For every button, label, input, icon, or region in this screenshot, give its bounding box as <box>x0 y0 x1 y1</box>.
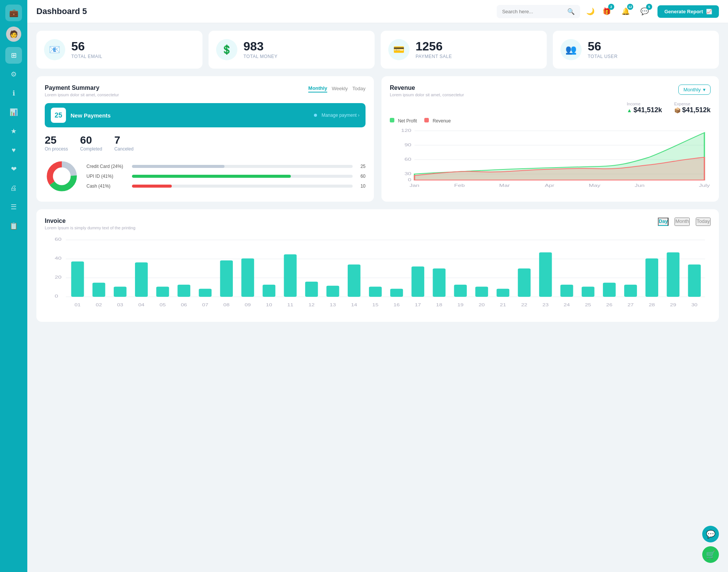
generate-report-label: Generate Report <box>664 9 703 14</box>
invoice-tab-today[interactable]: Today <box>696 218 711 226</box>
money-label: TOTAL MONEY <box>243 54 278 59</box>
stat-card-email: 📧 56 TOTAL EMAIL <box>36 31 202 69</box>
svg-text:0: 0 <box>55 294 58 298</box>
bar-28 <box>645 259 658 297</box>
sidebar-item-print[interactable]: 🖨 <box>5 180 22 196</box>
bar-23 <box>539 252 552 297</box>
tab-monthly[interactable]: Monthly <box>308 85 327 92</box>
invoice-bar-chart: 60 40 20 0 01020304050607080910111213141… <box>45 236 711 313</box>
sidebar-item-dashboard[interactable]: ⊞ <box>5 47 22 64</box>
legend-net-profit: Net Profit <box>390 117 417 124</box>
bar-8 <box>220 260 233 297</box>
user-number: 56 <box>588 40 618 52</box>
payment-bars: Credit Card (24%) 25 UPI ID (41%) 60 <box>86 164 366 189</box>
generate-report-button[interactable]: Generate Report 📈 <box>657 5 719 18</box>
stat-card-user: 👥 56 TOTAL USER <box>553 31 719 69</box>
pb-row-credit: Credit Card (24%) 25 <box>86 164 366 169</box>
gift-icon-btn[interactable]: 🎁 2 <box>600 5 613 18</box>
bar-label-13: 13 <box>330 303 336 307</box>
user-icon: 👥 <box>560 39 582 60</box>
bar-11 <box>284 254 297 297</box>
income-amount: $41,512k <box>634 106 662 114</box>
chat-icon-btn[interactable]: 💬 5 <box>638 5 651 18</box>
stat-cards-row: 📧 56 TOTAL EMAIL 💲 983 TOTAL MONEY 💳 125… <box>36 31 719 69</box>
tab-weekly[interactable]: Weekly <box>332 85 348 92</box>
revenue-card: Revenue Lorem ipsum dolor sit amet, cons… <box>381 76 719 202</box>
pb-row-upi: UPI ID (41%) 60 <box>86 174 366 179</box>
bar-14 <box>348 265 361 297</box>
bar-5 <box>156 287 169 297</box>
on-process-stat: 25 On process <box>45 134 68 152</box>
stat-card-money: 💲 983 TOTAL MONEY <box>209 31 375 69</box>
invoice-tab-day[interactable]: Day <box>658 218 668 226</box>
income-item: Income ▲$41,512k <box>627 102 662 114</box>
money-number: 983 <box>243 40 278 52</box>
bar-label-22: 22 <box>521 303 527 307</box>
svg-text:40: 40 <box>55 256 61 260</box>
pb-cash-fill <box>132 185 172 188</box>
search-icon: 🔍 <box>567 8 575 15</box>
bar-label-25: 25 <box>585 303 591 307</box>
bar-22 <box>518 268 531 297</box>
sidebar-item-heart2[interactable]: ❤ <box>5 161 22 177</box>
page-title: Dashboard 5 <box>36 6 491 16</box>
pb-upi-val: 60 <box>356 174 366 179</box>
stat-card-payment: 💳 1256 PAYMENT SALE <box>381 31 547 69</box>
svg-text:60: 60 <box>405 157 411 161</box>
revenue-legend-label: Revenue <box>433 118 451 124</box>
bar-label-28: 28 <box>649 303 655 307</box>
header-icons: 🌙 🎁 2 🔔 12 💬 5 <box>586 5 651 18</box>
support-fab[interactable]: 💬 <box>702 526 719 542</box>
revenue-chart: 120 90 60 30 0 Jan Feb Mar Apr <box>390 127 711 188</box>
revenue-header: Revenue Lorem ipsum dolor sit amet, cons… <box>390 85 711 97</box>
bar-25 <box>582 287 595 297</box>
svg-text:Feb: Feb <box>454 183 465 188</box>
bar-label-2: 02 <box>96 303 102 307</box>
invoice-tab-month[interactable]: Month <box>675 218 690 226</box>
sidebar-item-settings[interactable]: ⚙ <box>5 66 22 83</box>
svg-text:120: 120 <box>401 129 411 133</box>
payment-summary-header: Payment Summary Lorem ipsum dolor sit am… <box>45 85 366 97</box>
sidebar-item-info[interactable]: ℹ <box>5 85 22 102</box>
search-box[interactable]: 🔍 <box>497 5 580 18</box>
new-payments-label: New Payments <box>71 112 309 119</box>
svg-text:Jun: Jun <box>635 183 645 188</box>
tab-today[interactable]: Today <box>352 85 366 92</box>
user-avatar[interactable]: 🧑 <box>6 27 21 42</box>
bar-chart-icon: 📈 <box>706 9 712 14</box>
pb-credit-fill <box>132 165 224 168</box>
pb-cash-track <box>132 185 353 188</box>
bell-icon-btn[interactable]: 🔔 12 <box>619 5 632 18</box>
pb-upi-fill <box>132 175 291 178</box>
bar-16 <box>390 289 403 297</box>
np-status-dot <box>314 114 317 117</box>
sidebar-item-star[interactable]: ★ <box>5 123 22 139</box>
bar-label-24: 24 <box>564 303 570 307</box>
payment-details: Credit Card (24%) 25 UPI ID (41%) 60 <box>45 159 366 193</box>
sidebar-item-chart[interactable]: 📊 <box>5 104 22 121</box>
email-label: TOTAL EMAIL <box>71 54 102 59</box>
app-logo[interactable]: 💼 <box>5 5 22 21</box>
canceled-label: Canceled <box>114 146 133 152</box>
invoice-header: Invoice Lorem Ipsum is simply dummy text… <box>45 218 711 230</box>
manage-payment-link[interactable]: Manage payment › <box>322 113 359 118</box>
search-input[interactable] <box>502 9 564 14</box>
revenue-monthly-dropdown[interactable]: Monthly ▾ <box>678 85 711 95</box>
sidebar-item-doc[interactable]: 📋 <box>5 218 22 234</box>
payment-tabs: Monthly Weekly Today <box>308 85 366 92</box>
middle-row: Payment Summary Lorem ipsum dolor sit am… <box>36 76 719 202</box>
on-process-label: On process <box>45 146 68 152</box>
sidebar-item-list[interactable]: ☰ <box>5 199 22 215</box>
sidebar-item-heart1[interactable]: ♥ <box>5 142 22 158</box>
cart-fab[interactable]: 🛒 <box>702 546 719 563</box>
legend-revenue: Revenue <box>424 117 451 124</box>
payment-number: 1256 <box>416 40 452 52</box>
dark-mode-icon[interactable]: 🌙 <box>586 7 595 16</box>
payment-summary-title: Payment Summary <box>45 85 119 91</box>
svg-point-4 <box>53 168 70 184</box>
bar-3 <box>114 287 127 297</box>
bar-label-12: 12 <box>308 303 314 307</box>
chat-badge: 5 <box>646 4 652 10</box>
donut-chart <box>45 159 79 193</box>
svg-text:Jan: Jan <box>410 183 419 188</box>
